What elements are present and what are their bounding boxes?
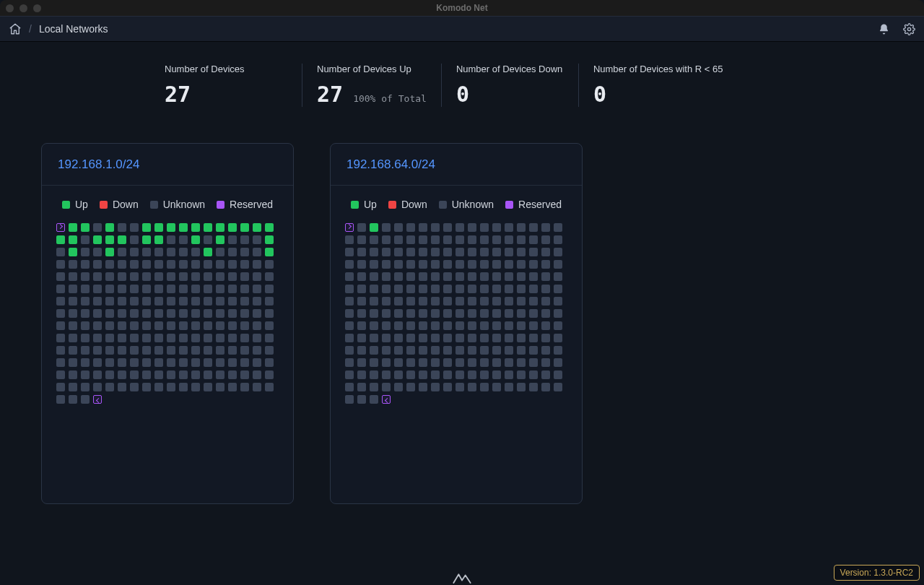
ip-cell-unknown[interactable] <box>69 272 77 281</box>
ip-cell-unknown[interactable] <box>204 321 212 330</box>
ip-cell-unknown[interactable] <box>228 285 237 293</box>
ip-cell-unknown[interactable] <box>93 248 102 256</box>
ip-cell-unknown[interactable] <box>154 285 163 293</box>
ip-cell-unknown[interactable] <box>93 370 102 379</box>
ip-cell-unknown[interactable] <box>191 297 200 306</box>
ip-cell-unknown[interactable] <box>505 334 513 342</box>
ip-cell-unknown[interactable] <box>431 334 440 342</box>
ip-cell-unknown[interactable] <box>253 309 261 318</box>
ip-cell-unknown[interactable] <box>357 285 366 293</box>
ip-cell-unknown[interactable] <box>167 334 175 342</box>
ip-cell-unknown[interactable] <box>56 346 65 355</box>
network-cidr-link[interactable]: 192.168.64.0/24 <box>346 157 435 172</box>
ip-cell-unknown[interactable] <box>357 235 366 244</box>
ip-cell-unknown[interactable] <box>480 235 489 244</box>
ip-cell-unknown[interactable] <box>468 297 476 306</box>
ip-cell-unknown[interactable] <box>406 297 415 306</box>
ip-cell-unknown[interactable] <box>382 272 391 281</box>
ip-cell-unknown[interactable] <box>253 297 261 306</box>
ip-cell-unknown[interactable] <box>480 285 489 293</box>
ip-cell-unknown[interactable] <box>370 235 378 244</box>
ip-cell-unknown[interactable] <box>105 297 114 306</box>
ip-cell-unknown[interactable] <box>345 370 354 379</box>
ip-cell-unknown[interactable] <box>505 223 513 232</box>
ip-cell-unknown[interactable] <box>505 383 513 391</box>
ip-cell-unknown[interactable] <box>443 285 452 293</box>
ip-cell-unknown[interactable] <box>56 297 65 306</box>
ip-cell-unknown[interactable] <box>118 260 126 269</box>
ip-cell-unknown[interactable] <box>456 235 464 244</box>
ip-cell-unknown[interactable] <box>406 334 415 342</box>
ip-cell-up[interactable] <box>56 235 65 244</box>
ip-cell-unknown[interactable] <box>228 272 237 281</box>
ip-cell-unknown[interactable] <box>240 297 249 306</box>
ip-cell-unknown[interactable] <box>93 297 102 306</box>
ip-cell-unknown[interactable] <box>228 383 237 391</box>
ip-cell-unknown[interactable] <box>240 285 249 293</box>
ip-cell-unknown[interactable] <box>492 383 501 391</box>
ip-cell-unknown[interactable] <box>56 272 65 281</box>
ip-cell-unknown[interactable] <box>382 383 391 391</box>
ip-cell-unknown[interactable] <box>394 235 403 244</box>
ip-cell-unknown[interactable] <box>93 383 102 391</box>
ip-cell-unknown[interactable] <box>529 272 538 281</box>
ip-cell-unknown[interactable] <box>394 248 403 256</box>
ip-cell-unknown[interactable] <box>179 346 188 355</box>
ip-cell-unknown[interactable] <box>154 346 163 355</box>
ip-cell-unknown[interactable] <box>517 272 526 281</box>
ip-cell-unknown[interactable] <box>265 321 274 330</box>
ip-cell-unknown[interactable] <box>394 297 403 306</box>
ip-cell-unknown[interactable] <box>265 334 274 342</box>
ip-cell-unknown[interactable] <box>431 248 440 256</box>
ip-cell-unknown[interactable] <box>56 309 65 318</box>
ip-cell-unknown[interactable] <box>382 235 391 244</box>
ip-cell-unknown[interactable] <box>505 297 513 306</box>
ip-cell-unknown[interactable] <box>529 346 538 355</box>
ip-cell-unknown[interactable] <box>431 309 440 318</box>
ip-cell-unknown[interactable] <box>56 383 65 391</box>
ip-cell-unknown[interactable] <box>154 297 163 306</box>
ip-cell-unknown[interactable] <box>357 370 366 379</box>
ip-cell-unknown[interactable] <box>505 321 513 330</box>
ip-cell-unknown[interactable] <box>118 383 126 391</box>
ip-cell-unknown[interactable] <box>253 370 261 379</box>
ip-cell-unknown[interactable] <box>179 248 188 256</box>
ip-cell-unknown[interactable] <box>69 334 77 342</box>
ip-cell-unknown[interactable] <box>81 272 90 281</box>
ip-cell-unknown[interactable] <box>191 370 200 379</box>
ip-cell-unknown[interactable] <box>554 260 562 269</box>
ip-cell-unknown[interactable] <box>179 334 188 342</box>
ip-cell-unknown[interactable] <box>529 223 538 232</box>
ip-cell-unknown[interactable] <box>130 346 139 355</box>
ip-cell-unknown[interactable] <box>228 370 237 379</box>
ip-cell-unknown[interactable] <box>154 260 163 269</box>
ip-cell-unknown[interactable] <box>529 383 538 391</box>
ip-cell-unknown[interactable] <box>541 334 550 342</box>
ip-cell-unknown[interactable] <box>517 370 526 379</box>
ip-cell-unknown[interactable] <box>357 223 366 232</box>
ip-cell-unknown[interactable] <box>505 260 513 269</box>
ip-cell-unknown[interactable] <box>492 223 501 232</box>
ip-cell-unknown[interactable] <box>93 285 102 293</box>
ip-cell-unknown[interactable] <box>480 248 489 256</box>
ip-cell-unknown[interactable] <box>419 334 427 342</box>
ip-cell-unknown[interactable] <box>492 235 501 244</box>
ip-cell-up[interactable] <box>191 223 200 232</box>
ip-cell-unknown[interactable] <box>406 272 415 281</box>
ip-cell-unknown[interactable] <box>56 248 65 256</box>
ip-cell-unknown[interactable] <box>191 321 200 330</box>
ip-cell-unknown[interactable] <box>81 321 90 330</box>
ip-cell-unknown[interactable] <box>69 395 77 404</box>
ip-cell-unknown[interactable] <box>191 285 200 293</box>
ip-cell-unknown[interactable] <box>541 370 550 379</box>
ip-cell-unknown[interactable] <box>118 321 126 330</box>
ip-cell-unknown[interactable] <box>105 321 114 330</box>
ip-cell-unknown[interactable] <box>505 309 513 318</box>
ip-cell-unknown[interactable] <box>167 235 175 244</box>
ip-cell-unknown[interactable] <box>382 334 391 342</box>
ip-cell-unknown[interactable] <box>541 272 550 281</box>
ip-cell-unknown[interactable] <box>240 235 249 244</box>
ip-cell-unknown[interactable] <box>541 260 550 269</box>
ip-cell-unknown[interactable] <box>69 260 77 269</box>
ip-cell-unknown[interactable] <box>179 272 188 281</box>
